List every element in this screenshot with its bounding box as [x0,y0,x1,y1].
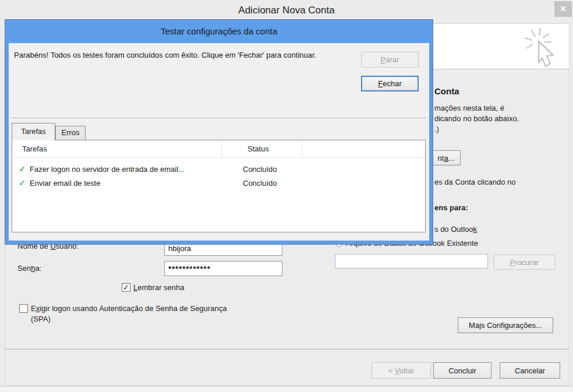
footer-divider [5,349,569,350]
table-row[interactable]: ✓ Fazer logon no servidor de entrada de … [12,164,425,176]
deliver-messages-heading-fragment: ens para: [434,203,468,213]
window-bottom-edge [0,386,573,392]
test-settings-dialog: Testar configurações da conta Parabéns! … [5,19,433,245]
task-success-icon: ✓ [19,178,26,188]
info-line-4: es da Conta clicando no [434,177,515,188]
spa-label-line1[interactable]: Exigir logon usando Autenticação de Senh… [31,303,227,314]
data-file-path-input[interactable] [335,254,488,269]
password-input[interactable] [164,261,282,276]
success-message: Parabéns! Todos os testes foram concluíd… [14,50,351,60]
header-divider [13,157,425,158]
remember-password-checkbox[interactable]: ✓ [122,283,130,292]
column-divider [221,141,222,157]
password-label: Senha: [17,263,41,274]
spa-checkbox[interactable] [19,304,28,313]
tab-erros[interactable]: Erros [55,126,86,140]
tasks-table: Tarefas Status ✓ Fazer logon no servidor… [12,140,426,232]
browse-button[interactable]: Procurar [494,255,555,270]
more-settings-button[interactable]: Mais Configurações... [458,317,553,333]
account-heading-fragment: Conta [434,86,459,97]
cancel-button[interactable]: Cancelar [500,362,560,379]
column-header-status: Status [247,144,269,153]
table-row[interactable]: ✓ Enviar email de teste Concluído [12,178,425,190]
remember-password-label[interactable]: Lembrar senha [133,282,185,293]
task-status: Concluído [243,179,277,188]
stop-button[interactable]: Parar [361,52,419,68]
column-header-tarefas: Tarefas [22,144,47,153]
dialog-body: Parabéns! Todos os testes foram concluíd… [9,43,429,241]
task-name: Enviar email de teste [30,179,100,188]
finish-button[interactable]: Concluir [433,362,491,379]
tab-tarefas[interactable]: Tarefas [12,123,55,140]
close-icon[interactable]: ✕ [554,1,572,17]
info-line-1: mações nesta tela, é [434,103,504,114]
task-name: Fazer logon no servidor de entrada de em… [30,165,185,174]
click-cursor-icon [521,25,561,69]
column-divider [302,141,302,157]
task-success-icon: ✓ [19,164,26,174]
test-account-settings-button[interactable]: nta... [431,150,461,165]
checkmark-icon: ✓ [123,283,129,292]
page-title: Adicionar Nova Conta [0,0,573,19]
task-status: Concluído [243,165,277,174]
dialog-title: Testar configurações da conta [5,20,433,43]
info-line-2: dicando no botão abaixo. [434,114,519,124]
close-dialog-button[interactable]: Fechar [361,76,419,91]
radio-new-outlook-data-file-label[interactable]: s do Outlook [434,224,477,235]
info-line-3: .) [434,124,439,135]
dialog-divider [10,118,426,119]
back-button[interactable]: < Voltar [372,362,431,379]
spa-label-line2[interactable]: (SPA) [31,314,51,324]
